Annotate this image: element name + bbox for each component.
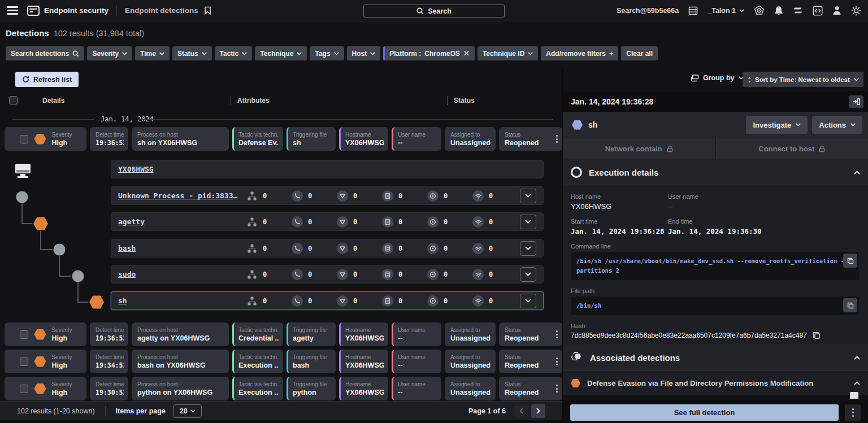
metric-count: 0 xyxy=(398,271,402,278)
severity-filter[interactable]: Severity xyxy=(87,46,132,60)
row-menu-button[interactable] xyxy=(556,385,558,393)
server-icon[interactable] xyxy=(688,6,698,15)
breadcrumb[interactable]: Endpoint detections xyxy=(125,6,198,15)
alert-triangle-icon xyxy=(337,190,348,202)
chevron-down-icon xyxy=(850,123,856,127)
menu-icon[interactable] xyxy=(7,6,18,15)
actions-button[interactable]: Actions xyxy=(812,116,862,134)
app-logo-icon[interactable] xyxy=(27,6,40,16)
status-filter[interactable]: Status xyxy=(172,46,212,60)
investigate-button[interactable]: Investigate xyxy=(746,116,808,134)
time-filter[interactable]: Time xyxy=(135,46,170,60)
user-icon[interactable] xyxy=(832,6,841,15)
theme-icon[interactable] xyxy=(851,6,861,16)
process-metrics: 0 0 0 0 0 0 xyxy=(240,241,536,256)
code-icon[interactable] xyxy=(813,6,823,16)
row-checkbox[interactable] xyxy=(20,385,28,393)
injection-icon xyxy=(292,243,303,254)
refresh-icon xyxy=(22,76,29,83)
technique-id-filter[interactable]: Technique ID xyxy=(478,46,538,60)
row-checkbox[interactable] xyxy=(20,330,28,339)
expand-process-button[interactable] xyxy=(520,241,536,256)
row-checkbox[interactable] xyxy=(20,135,28,143)
panel-menu-button[interactable] xyxy=(845,404,861,421)
start-time-value: Jan. 14, 2024 19:36:28 xyxy=(571,227,668,236)
global-search[interactable]: Search xyxy=(363,5,505,18)
technique-filter[interactable]: Technique xyxy=(255,46,307,60)
remove-filter-icon[interactable]: ✕ xyxy=(463,49,470,58)
execution-details-header[interactable]: Execution details xyxy=(563,159,868,185)
detection-timestamp: Jan. 14, 2024 19:36:28 xyxy=(571,97,653,106)
notifications-icon[interactable] xyxy=(774,6,783,16)
expand-process-button[interactable] xyxy=(520,294,536,308)
platform-filter-chip[interactable]: Platform :ChromeOS✕ xyxy=(383,46,475,60)
collapse-panel-button[interactable] xyxy=(849,95,863,108)
detection-row[interactable]: SeverityHigh Detect time19:36:53 Process… xyxy=(5,127,562,151)
row-menu-button[interactable] xyxy=(556,135,558,143)
file-list-icon xyxy=(382,216,393,228)
layers-icon[interactable] xyxy=(793,6,803,15)
expand-process-button[interactable] xyxy=(520,267,536,282)
next-page-button[interactable] xyxy=(531,404,545,418)
search-detections-filter[interactable]: Search detections xyxy=(6,46,84,60)
file-list-icon xyxy=(382,190,393,202)
tenant-selector[interactable]: _Talon 1 xyxy=(708,7,744,15)
network-contain-button[interactable]: Network contain xyxy=(563,138,715,159)
chevron-down-icon xyxy=(528,52,533,55)
add-remove-filters-button[interactable]: Add/remove filters+ xyxy=(541,46,618,60)
process-tree-graph xyxy=(0,152,113,322)
copy-command-button[interactable] xyxy=(843,254,857,268)
copy-path-button[interactable] xyxy=(843,298,857,312)
results-count: 102 results (1-20 shown) xyxy=(17,407,95,415)
prev-page-button[interactable] xyxy=(514,404,528,418)
connect-to-host-button[interactable]: Connect to host xyxy=(715,138,868,159)
response-actions-bar: Network contain Connect to host xyxy=(563,138,868,159)
row-menu-button[interactable] xyxy=(556,330,558,338)
injection-icon xyxy=(292,216,303,228)
injection-icon xyxy=(292,269,303,280)
page-indicator: Page 1 of 6 xyxy=(468,407,506,415)
severity-hexagon-icon xyxy=(34,383,46,394)
clear-all-button[interactable]: Clear all xyxy=(621,46,658,60)
row-checkbox[interactable] xyxy=(20,357,28,366)
detection-row[interactable]: SeverityHigh Detect time19:36:53 Process… xyxy=(5,322,562,346)
app-title: Endpoint security xyxy=(44,6,108,15)
metric-count: 0 xyxy=(353,245,357,252)
bookmark-icon[interactable] xyxy=(204,6,211,15)
network-icon xyxy=(472,243,484,254)
filter-bar: Search detections Severity Time Status T… xyxy=(6,46,658,60)
metric-count: 0 xyxy=(444,271,448,278)
row-menu-button[interactable] xyxy=(556,357,558,365)
tactic-filter[interactable]: Tactic xyxy=(215,46,253,60)
alert-triangle-icon xyxy=(337,269,348,280)
column-details: Details xyxy=(42,97,64,104)
copy-hash-icon[interactable] xyxy=(813,332,821,339)
detection-row[interactable]: SeverityHigh Detect time19:30:53 Process… xyxy=(5,377,562,400)
associated-detection-item[interactable]: Defense Evasion via File and Directory P… xyxy=(563,370,868,395)
expand-process-button[interactable] xyxy=(520,189,536,203)
tree-host-row[interactable]: YX06HWSG xyxy=(111,160,544,178)
select-all-checkbox[interactable] xyxy=(9,96,18,104)
detection-row[interactable]: SeverityHigh Detect time19:34:53 Process… xyxy=(5,350,562,373)
severity-hexagon-icon xyxy=(34,329,46,340)
see-full-detection-button[interactable]: See full detection xyxy=(570,404,839,421)
associated-detections-header[interactable]: Associated detections xyxy=(563,344,868,370)
execution-details-body: Host nameYX06HWSG User name-- Start time… xyxy=(563,185,868,344)
associated-detections-icon xyxy=(571,352,583,363)
refresh-list-button[interactable]: Refresh list xyxy=(15,72,79,87)
tags-filter[interactable]: Tags xyxy=(310,46,344,60)
instance-label: Search@59b5e66a xyxy=(617,7,679,15)
tree-process-row[interactable]: sudo 0 0 0 0 0 0 xyxy=(111,265,544,284)
metric-count: 0 xyxy=(263,297,267,305)
items-per-page-select[interactable]: 20 xyxy=(173,404,202,418)
expand-process-button[interactable] xyxy=(520,215,536,229)
target-icon xyxy=(427,216,439,228)
tree-process-row-selected[interactable]: sh 0 0 0 0 0 0 xyxy=(111,291,544,310)
tree-process-row[interactable]: bash 0 0 0 0 0 0 xyxy=(111,239,544,258)
tree-process-row[interactable]: agetty 0 0 0 0 0 0 xyxy=(111,212,544,231)
tree-process-row[interactable]: Unknown Process - pid:38332aff2b5… 0 0 0… xyxy=(111,186,544,205)
badge-icon[interactable] xyxy=(754,5,765,16)
plus-icon: + xyxy=(609,49,614,58)
search-placeholder: Search xyxy=(428,7,452,15)
host-filter[interactable]: Host xyxy=(347,46,381,60)
